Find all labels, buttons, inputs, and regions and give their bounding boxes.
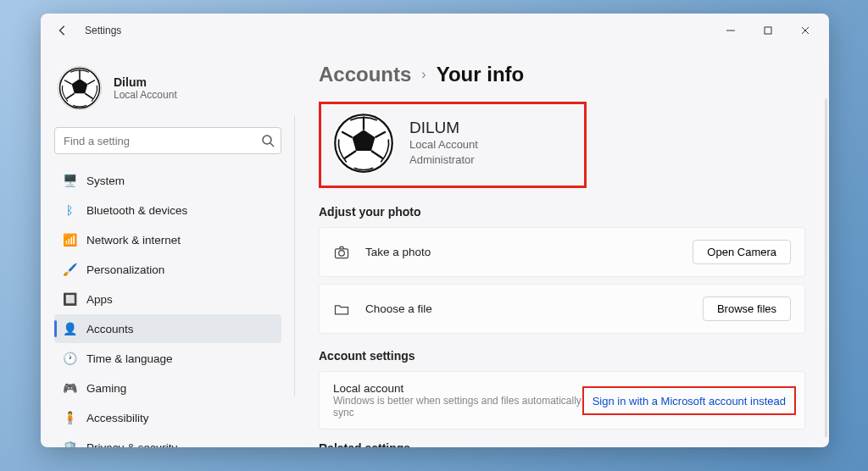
window-title: Settings: [85, 25, 121, 36]
profile-name: Dilum: [114, 75, 177, 89]
take-photo-card: Take a photo Open Camera: [319, 227, 805, 277]
section-account-settings: Account settings: [319, 349, 805, 363]
user-name: DILUM: [409, 119, 478, 137]
clock-icon: 🕐: [63, 352, 76, 365]
svg-point-11: [339, 250, 345, 256]
search-icon: [261, 134, 275, 147]
scrollbar[interactable]: [825, 98, 827, 437]
nav: 🖥️System ᛒBluetooth & devices 📶Network &…: [54, 166, 281, 447]
gaming-icon: 🎮: [63, 381, 76, 395]
svg-line-7: [270, 143, 274, 147]
camera-icon: [333, 244, 350, 261]
apps-icon: 🔲: [63, 292, 76, 306]
section-adjust-photo: Adjust your photo: [319, 205, 805, 219]
choose-file-card: Choose a file Browse files: [319, 284, 805, 334]
svg-point-6: [263, 136, 271, 144]
titlebar: Settings: [41, 14, 829, 47]
nav-personalization[interactable]: 🖌️Personalization: [54, 255, 281, 284]
search-input[interactable]: [54, 127, 281, 154]
svg-rect-1: [765, 27, 771, 34]
user-info-card: DILUM Local Account Administrator: [319, 102, 587, 188]
section-related-settings: Related settings: [319, 441, 805, 447]
shield-icon: 🛡️: [63, 441, 76, 447]
close-button[interactable]: [787, 18, 824, 43]
wifi-icon: 📶: [63, 233, 76, 247]
profile-block[interactable]: Dilum Local Account: [54, 59, 281, 122]
choose-file-label: Choose a file: [365, 302, 703, 315]
nav-network[interactable]: 📶Network & internet: [54, 225, 281, 254]
user-role: Administrator: [409, 152, 478, 168]
bluetooth-icon: ᛒ: [63, 203, 76, 217]
settings-window: Settings Dilum Local Account: [41, 14, 829, 447]
breadcrumb-parent[interactable]: Accounts: [319, 63, 411, 86]
profile-subtitle: Local Account: [114, 89, 177, 101]
back-button[interactable]: [53, 20, 73, 41]
nav-bluetooth[interactable]: ᛒBluetooth & devices: [54, 196, 281, 224]
browse-files-button[interactable]: Browse files: [703, 296, 791, 321]
page-title: Your info: [437, 63, 525, 86]
open-camera-button[interactable]: Open Camera: [693, 240, 791, 264]
nav-time[interactable]: 🕐Time & language: [54, 344, 281, 373]
account-type-label: Local account: [333, 382, 582, 395]
main-panel: Accounts › Your info DILUM Local Account…: [295, 47, 829, 447]
nav-accounts[interactable]: 👤Accounts: [54, 314, 281, 343]
chevron-right-icon: ›: [421, 67, 426, 82]
account-sub-label: Windows is better when settings and file…: [333, 395, 582, 418]
nav-privacy[interactable]: 🛡️Privacy & security: [54, 433, 281, 447]
nav-accessibility[interactable]: 🧍Accessibility: [54, 403, 281, 432]
accessibility-icon: 🧍: [63, 411, 76, 424]
sidebar: Dilum Local Account 🖥️System ᛒBluetooth …: [41, 47, 295, 447]
nav-apps[interactable]: 🔲Apps: [54, 285, 281, 313]
sign-in-link-highlight: Sign in with a Microsoft account instead: [582, 386, 796, 415]
user-avatar: [333, 113, 394, 174]
minimize-button[interactable]: [712, 18, 749, 43]
system-icon: 🖥️: [63, 174, 76, 187]
person-icon: 👤: [63, 322, 76, 335]
maximize-button[interactable]: [749, 18, 787, 43]
folder-icon: [333, 301, 350, 318]
sign-in-microsoft-link[interactable]: Sign in with a Microsoft account instead: [593, 395, 786, 407]
user-type: Local Account: [409, 137, 478, 152]
take-photo-label: Take a photo: [365, 246, 693, 258]
account-card: Local account Windows is better when set…: [319, 371, 805, 429]
avatar: [58, 66, 102, 110]
nav-gaming[interactable]: 🎮Gaming: [54, 374, 281, 402]
brush-icon: 🖌️: [63, 263, 76, 276]
nav-system[interactable]: 🖥️System: [54, 166, 281, 195]
breadcrumb: Accounts › Your info: [319, 63, 805, 86]
